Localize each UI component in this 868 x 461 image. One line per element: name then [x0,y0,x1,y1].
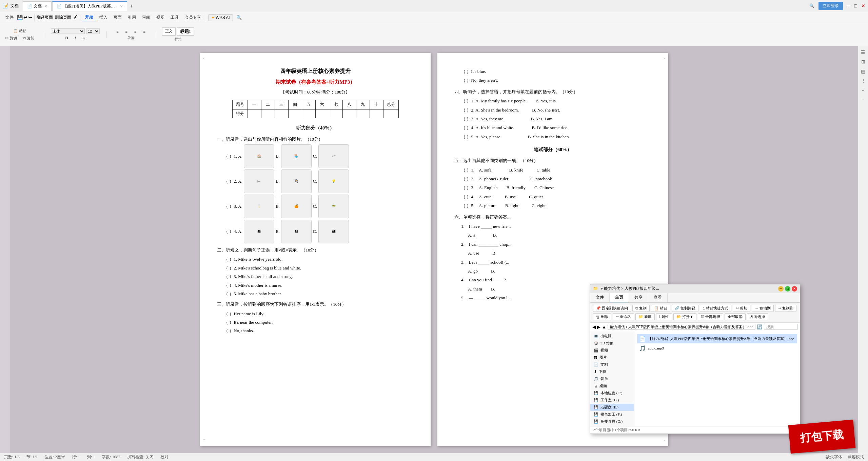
fe-nav-docs[interactable]: 📄文档 [590,361,634,368]
tab-page[interactable]: 页面 [111,14,124,21]
tab-1-close[interactable]: ✕ [44,4,47,8]
sidebar-toggle-2[interactable]: ⊞ [860,58,867,65]
fe-up[interactable]: ▲ [602,324,606,329]
fe-copy[interactable]: ⧉复制 [632,305,650,312]
fe-minimize[interactable]: ─ [778,286,784,292]
right-sidebar: ☰ ⊞ ▤ ⋮ + − [858,46,868,453]
fe-tab-view[interactable]: 查看 [648,293,668,302]
bold-button[interactable]: B [63,35,71,41]
tab-2-close[interactable]: ✕ [120,4,123,8]
q3-items: （ ）Her name is Lily. （ ）It's near the co… [217,310,414,335]
ribbon-group-styles: 正文 标题1 样式 [162,27,194,42]
fe-select-all[interactable]: ☑全部选择 [698,313,723,320]
fe-nav-d[interactable]: 💾工作室 (D:) [590,397,634,404]
ribbon-copy[interactable]: ⧉ 复制 [20,35,37,41]
fe-file-mp3-icon: 🎵 [639,345,646,352]
fe-nav-downloads[interactable]: ⬇下载 [590,368,634,375]
sidebar-toggle-3[interactable]: ▤ [860,68,867,75]
fe-select-none[interactable]: 全部取消 [725,313,746,320]
wps-ai-icon: ✦ [211,15,215,20]
fe-nav-computer[interactable]: 💻出电脑 [590,333,634,340]
page1-title: 四年级英语上册核心素养提升 [217,66,414,76]
new-tab-button[interactable]: + [128,3,135,9]
window-close[interactable]: ✕ [861,3,865,9]
fe-tab-share[interactable]: 共享 [629,293,648,302]
fe-back[interactable]: ◀ [592,324,596,329]
tab-reference[interactable]: 引用 [125,14,139,21]
fe-move-to[interactable]: →移动到 [752,305,774,312]
fe-nav-e[interactable]: 💾老硬盘 (E:) [590,404,634,411]
register-button[interactable]: 立即登录 [818,2,843,10]
q1-1c-img: 🛋 [318,144,349,168]
fe-new[interactable]: 📁新建 [635,313,655,320]
sidebar-zoom-out[interactable]: − [860,96,867,103]
fe-open[interactable]: 📂打开▼ [673,313,696,320]
fe-title-bar: 📁 v 能力培优 > 人教PEP版四年级... ─ □ ✕ [590,284,800,293]
tab-start[interactable]: 开始 [82,14,96,21]
fe-tab-file[interactable]: 文件 [590,293,610,302]
sidebar-zoom-in[interactable]: + [860,87,867,94]
fe-nav-h[interactable]: 💾核心软件 (H:) [590,425,634,426]
font-family-select[interactable]: 宋体 黑体 Times New Roman [51,28,85,34]
menu-file[interactable]: 文件 [3,14,16,21]
fe-forward[interactable]: ▶ [597,324,600,329]
fe-invert-select[interactable]: 反向选择 [747,313,768,320]
align-justify[interactable]: ≡ [140,29,148,34]
tab-insert[interactable]: 插入 [97,14,110,21]
fe-nav-c[interactable]: 💾本地磁盘 (C:) [590,389,634,397]
fe-nav-3d[interactable]: 🎲3D 对象 [590,340,634,347]
window-maximize[interactable]: □ [854,3,857,9]
fe-cut[interactable]: ✂剪切 [733,305,750,312]
align-center[interactable]: ≡ [123,29,130,34]
style-normal[interactable]: 正文 [162,27,176,36]
fe-copy-path[interactable]: 🔗复制路径 [672,305,698,312]
fe-tab-home[interactable]: 主页 [610,293,629,302]
score-table: 题号 一 二 三 四 五 六 七 八 九 十 总分 得分 [232,100,399,118]
ribbon-cut[interactable]: ✂ 剪切 [3,35,20,41]
tab-tools[interactable]: 工具 [168,14,181,21]
q1-4a-img: 👨‍👩‍👧 [244,220,274,243]
window-minimize[interactable]: ─ [847,3,850,9]
italic-button[interactable]: I [72,35,79,41]
fe-nav-music[interactable]: 🎵音乐 [590,375,634,382]
fe-path-input[interactable] [608,324,755,330]
tab-vip[interactable]: 会员专享 [182,14,204,21]
tab-1[interactable]: 📄 文档 ✕ [23,1,52,11]
fe-nav-pictures[interactable]: 🖼图片 [590,354,634,361]
font-size-select[interactable]: 12 14 16 [86,28,100,34]
underline-button[interactable]: U [80,35,88,41]
tab-2[interactable]: 📄 【能力培优】人教PEP版英语四... ✕ [52,1,127,11]
fe-maximize[interactable]: □ [785,286,790,292]
fe-nav-video[interactable]: 🎬视频 [590,347,634,354]
tab-review[interactable]: 审阅 [139,14,153,21]
fe-refresh[interactable]: 🔄 [757,324,763,329]
fe-paste[interactable]: 📋粘贴 [651,305,670,312]
fe-delete[interactable]: 🗑删除 [593,313,611,320]
q4-1: （ ）1. A. My family has six people. B. Ye… [461,97,651,105]
fe-file-mp3[interactable]: 🎵 audio.mp3 [637,343,797,353]
fe-copy-to[interactable]: ⇒复制到 [775,305,796,312]
fe-rename[interactable]: ✏重命名 [613,313,634,320]
fe-search-input[interactable] [764,324,798,330]
fe-nav-f[interactable]: 💾橙色加工 (F:) [590,411,634,418]
align-right[interactable]: ≡ [132,29,139,34]
fe-paste-shortcut[interactable]: ⤵粘贴快捷方式 [700,305,731,312]
q1-4c-img: 👪 [318,220,349,243]
fe-pin-quick[interactable]: 📌固定到快速访问 [593,305,631,312]
sidebar-toggle-1[interactable]: ☰ [860,49,867,56]
wps-ai-button[interactable]: ✦ WPS AI [208,14,233,21]
tab-view[interactable]: 视图 [154,14,167,21]
fe-file-doc[interactable]: 📄 【能力培优】人教PEP版四年级上册英语期末核心素养提升A卷（含听力音频及答案… [637,334,797,343]
ribbon-paste[interactable]: 📋 粘贴 [11,28,29,34]
fe-nav-desktop[interactable]: 🖥桌面 [590,382,634,389]
style-heading1[interactable]: 标题1 [177,27,194,36]
page2-top-mark: ▪ [664,56,665,62]
download-badge[interactable]: 打包下载 [788,420,856,454]
fe-nav-g[interactable]: 💾免费直播 (G:) [590,418,634,425]
fe-properties[interactable]: ℹ属性 [656,313,672,320]
align-left[interactable]: ≡ [114,29,121,34]
sidebar-toggle-4[interactable]: ⋮ [860,77,867,84]
search-docs-icon[interactable]: 🔍 [236,15,242,20]
search-icon[interactable]: 🔍 [809,3,814,8]
fe-close[interactable]: ✕ [792,286,797,292]
